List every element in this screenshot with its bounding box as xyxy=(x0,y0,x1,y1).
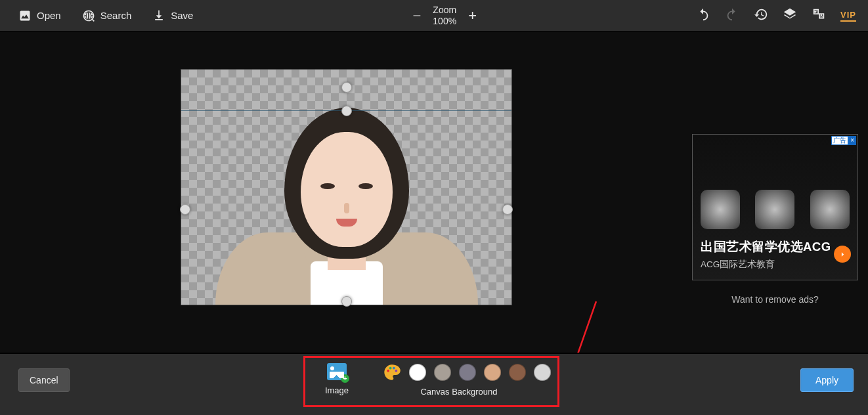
add-image-background-button[interactable]: + xyxy=(327,363,347,380)
plus-icon: + xyxy=(341,374,349,383)
ad-arrow-button[interactable] xyxy=(834,246,851,263)
undo-icon xyxy=(696,7,710,22)
history-button[interactable] xyxy=(754,7,768,24)
canvas-background-label: Canvas Background xyxy=(360,387,557,397)
bottom-bar: Cancel + Image xyxy=(0,353,868,415)
svg-point-3 xyxy=(389,367,392,370)
ad-tag: 广告 xyxy=(831,136,848,145)
resize-handle-top[interactable] xyxy=(341,82,352,93)
image-open-icon xyxy=(18,9,32,22)
zoom-controls: − Zoom 100% + xyxy=(193,5,696,26)
editor-stage: 广告 × 出国艺术留学优选ACG ACG国际艺术教育 Want to remov… xyxy=(0,32,868,415)
svg-point-2 xyxy=(387,370,389,372)
search-label: Search xyxy=(100,10,132,21)
bg-swatch-5[interactable] xyxy=(534,364,551,381)
redo-icon xyxy=(725,7,739,22)
resize-handle-left[interactable] xyxy=(180,204,190,215)
color-picker-button[interactable] xyxy=(383,363,401,382)
zoom-out-button[interactable]: − xyxy=(412,7,421,24)
ad-subline: ACG国际艺术教育 xyxy=(701,259,775,271)
layers-icon xyxy=(783,7,797,22)
canvas[interactable] xyxy=(181,69,512,305)
zoom-in-button[interactable]: + xyxy=(468,7,477,24)
ad-headline: 出国艺术留学优选ACG xyxy=(701,238,831,255)
advertisement[interactable]: 广告 × 出国艺术留学优选ACG ACG国际艺术教育 xyxy=(692,134,858,280)
redo-button xyxy=(725,7,739,24)
svg-point-4 xyxy=(393,367,395,370)
resize-handle-bottom[interactable] xyxy=(341,296,352,307)
cancel-button[interactable]: Cancel xyxy=(18,368,70,392)
open-button[interactable]: Open xyxy=(18,9,61,22)
download-icon xyxy=(152,9,165,22)
undo-button[interactable] xyxy=(696,7,710,24)
apply-button[interactable]: Apply xyxy=(800,368,854,392)
bg-swatch-2[interactable] xyxy=(459,364,476,381)
remove-ads-link[interactable]: Want to remove ads? xyxy=(692,294,858,305)
search-button[interactable]: Search xyxy=(82,9,132,22)
zoom-label: Zoom xyxy=(433,5,456,15)
ad-thumbnails xyxy=(693,183,857,236)
vip-badge[interactable]: VIP xyxy=(840,10,856,22)
chevron-right-icon xyxy=(838,250,847,259)
save-label: Save xyxy=(171,10,193,21)
search-globe-icon xyxy=(82,9,95,22)
save-button[interactable]: Save xyxy=(152,9,193,22)
translate-button[interactable] xyxy=(812,7,826,24)
top-toolbar: Open Search Save − Zoom 100% + VIP xyxy=(0,0,868,32)
translate-icon xyxy=(812,7,826,22)
bg-swatch-0[interactable] xyxy=(409,364,426,381)
canvas-background-panel: + Image Canvas Background xyxy=(303,356,559,407)
layers-button[interactable] xyxy=(783,7,797,24)
ad-badge[interactable]: 广告 × xyxy=(831,136,856,145)
bg-swatch-1[interactable] xyxy=(434,364,451,381)
open-label: Open xyxy=(37,10,61,21)
resize-handle-right[interactable] xyxy=(502,204,513,215)
history-icon xyxy=(754,7,768,22)
palette-icon xyxy=(383,363,401,382)
bg-swatch-3[interactable] xyxy=(484,364,501,381)
zoom-value: 100% xyxy=(433,16,456,26)
resize-handle-top-edge[interactable] xyxy=(341,106,352,116)
canvas-image xyxy=(181,70,511,305)
svg-point-5 xyxy=(395,370,398,372)
image-option-label: Image xyxy=(305,385,368,395)
bg-swatch-4[interactable] xyxy=(509,364,526,381)
ad-close-icon[interactable]: × xyxy=(848,136,856,145)
